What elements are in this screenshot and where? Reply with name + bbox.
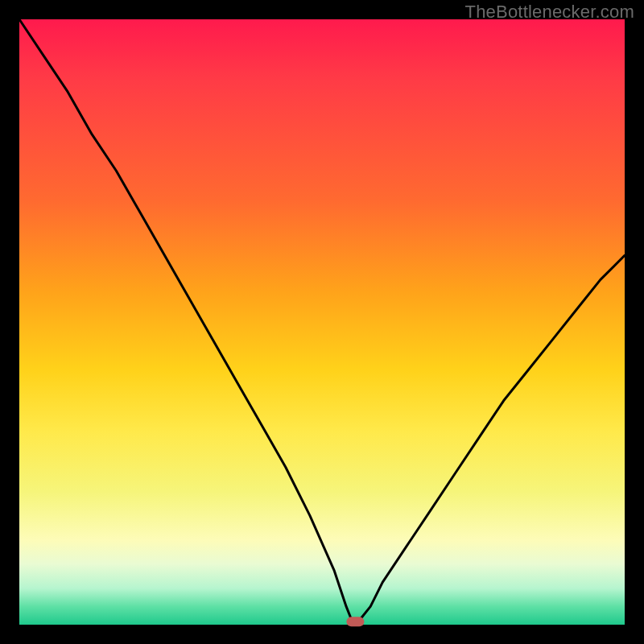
optimum-marker <box>346 617 364 626</box>
bottleneck-curve <box>19 19 625 621</box>
chart-svg <box>19 19 625 625</box>
watermark-text: TheBottlenecker.com <box>465 2 634 23</box>
plot-area <box>19 19 625 625</box>
chart-frame: TheBottlenecker.com <box>0 0 644 644</box>
